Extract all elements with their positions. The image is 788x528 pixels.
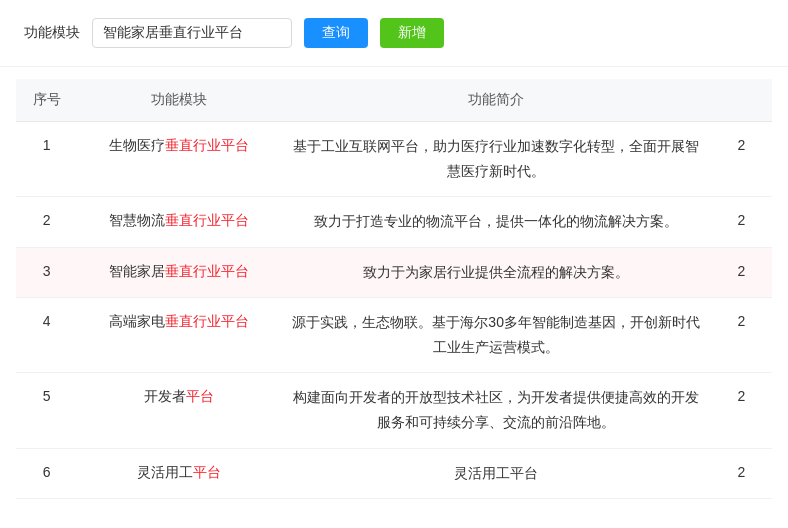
cell-no: 5 — [16, 373, 77, 448]
cell-no: 6 — [16, 448, 77, 498]
cell-module: 开发者平台 — [77, 373, 281, 448]
cell-extra: 2 — [711, 373, 772, 448]
module-highlight: 垂直行业平台 — [165, 212, 249, 228]
table-row: 4高端家电垂直行业平台源于实践，生态物联。基于海尔30多年智能制造基因，开创新时… — [16, 297, 772, 372]
module-prefix: 灵活用工 — [137, 464, 193, 480]
col-header-extra — [711, 79, 772, 122]
table-header-row: 序号 功能模块 功能简介 — [16, 79, 772, 122]
module-prefix: 智慧物流 — [109, 212, 165, 228]
module-highlight: 垂直行业平台 — [165, 313, 249, 329]
cell-module: 智能家居垂直行业平台 — [77, 247, 281, 297]
cell-desc: 致力于打造专业的物流平台，提供一体化的物流解决方案。 — [282, 197, 711, 247]
main-table: 序号 功能模块 功能简介 1生物医疗垂直行业平台基于工业互联网平台，助力医疗行业… — [16, 79, 772, 499]
table-row: 1生物医疗垂直行业平台基于工业互联网平台，助力医疗行业加速数字化转型，全面开展智… — [16, 122, 772, 197]
cell-desc: 源于实践，生态物联。基于海尔30多年智能制造基因，开创新时代工业生产运营模式。 — [282, 297, 711, 372]
toolbar: 功能模块 查询 新增 — [0, 0, 788, 67]
cell-module: 智慧物流垂直行业平台 — [77, 197, 281, 247]
cell-no: 4 — [16, 297, 77, 372]
cell-module: 高端家电垂直行业平台 — [77, 297, 281, 372]
cell-module: 生物医疗垂直行业平台 — [77, 122, 281, 197]
module-label: 功能模块 — [24, 24, 80, 42]
cell-extra: 2 — [711, 197, 772, 247]
col-header-desc: 功能简介 — [282, 79, 711, 122]
cell-extra: 2 — [711, 448, 772, 498]
query-button[interactable]: 查询 — [304, 18, 368, 48]
cell-module: 灵活用工平台 — [77, 448, 281, 498]
module-prefix: 生物医疗 — [109, 137, 165, 153]
table-row: 5开发者平台构建面向开发者的开放型技术社区，为开发者提供便捷高效的开发服务和可持… — [16, 373, 772, 448]
module-highlight: 垂直行业平台 — [165, 137, 249, 153]
cell-desc: 致力于为家居行业提供全流程的解决方案。 — [282, 247, 711, 297]
col-header-module: 功能模块 — [77, 79, 281, 122]
table-row: 6灵活用工平台灵活用工平台2 — [16, 448, 772, 498]
table-wrap: 序号 功能模块 功能简介 1生物医疗垂直行业平台基于工业互联网平台，助力医疗行业… — [0, 79, 788, 499]
cell-extra: 2 — [711, 122, 772, 197]
module-prefix: 高端家电 — [109, 313, 165, 329]
table-row: 3智能家居垂直行业平台致力于为家居行业提供全流程的解决方案。2 — [16, 247, 772, 297]
cell-no: 2 — [16, 197, 77, 247]
module-prefix: 智能家居 — [109, 263, 165, 279]
module-highlight: 平台 — [186, 388, 214, 404]
col-header-no: 序号 — [16, 79, 77, 122]
cell-no: 3 — [16, 247, 77, 297]
cell-extra: 2 — [711, 247, 772, 297]
module-highlight: 垂直行业平台 — [165, 263, 249, 279]
cell-desc: 灵活用工平台 — [282, 448, 711, 498]
module-prefix: 开发者 — [144, 388, 186, 404]
cell-extra: 2 — [711, 297, 772, 372]
search-input[interactable] — [92, 18, 292, 48]
table-row: 2智慧物流垂直行业平台致力于打造专业的物流平台，提供一体化的物流解决方案。2 — [16, 197, 772, 247]
add-button[interactable]: 新增 — [380, 18, 444, 48]
cell-no: 1 — [16, 122, 77, 197]
cell-desc: 基于工业互联网平台，助力医疗行业加速数字化转型，全面开展智慧医疗新时代。 — [282, 122, 711, 197]
module-highlight: 平台 — [193, 464, 221, 480]
cell-desc: 构建面向开发者的开放型技术社区，为开发者提供便捷高效的开发服务和可持续分享、交流… — [282, 373, 711, 448]
